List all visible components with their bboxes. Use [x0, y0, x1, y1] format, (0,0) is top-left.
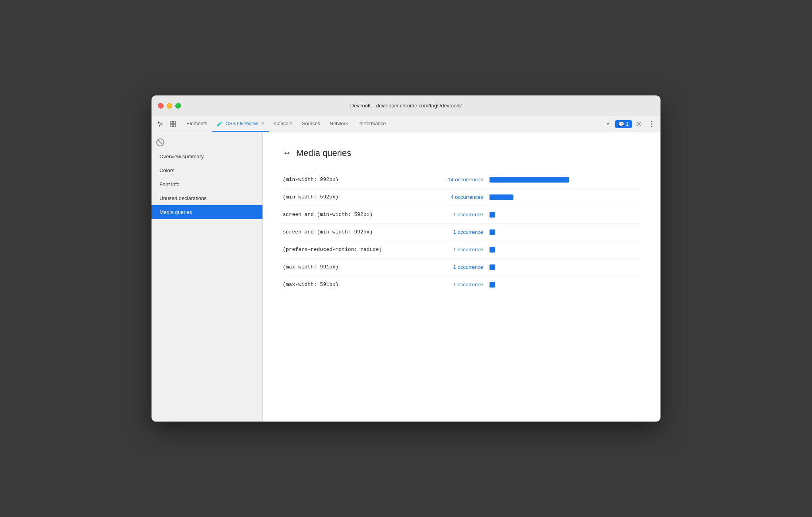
svg-point-4	[638, 123, 640, 125]
media-query-row: (max-width: 991px)1 occurrence	[283, 258, 641, 276]
media-query-bar	[490, 194, 513, 200]
sidebar-item-media-queries[interactable]: Media queries	[152, 205, 262, 219]
sidebar-items: Overview summaryColorsFont infoUnused de…	[152, 150, 262, 219]
close-button[interactable]	[158, 103, 163, 109]
media-query-label: (min-width: 592px)	[283, 194, 426, 200]
sidebar-item-colors[interactable]: Colors	[152, 163, 262, 177]
media-query-label: (max-width: 991px)	[283, 264, 426, 270]
sidebar: Overview summaryColorsFont infoUnused de…	[152, 132, 263, 422]
tab-performance-label: Performance	[357, 121, 386, 126]
tab-console-label: Console	[274, 121, 292, 126]
media-query-row: (prefers-reduced-motion: reduce)1 occurr…	[283, 241, 641, 258]
cursor-icon[interactable]	[155, 119, 166, 130]
minimize-button[interactable]	[167, 103, 172, 109]
media-query-bar	[490, 264, 495, 270]
media-query-occurrences[interactable]: 1 occurrence	[426, 229, 490, 235]
notification-button[interactable]: 💬 1	[615, 120, 632, 128]
media-query-row: screen and (min-width: 592px)1 occurrenc…	[283, 206, 641, 224]
tab-icon: 🧪	[217, 121, 223, 126]
media-query-occurrences[interactable]: 4 occurrences	[426, 194, 490, 200]
media-query-label: (min-width: 992px)	[283, 177, 426, 183]
media-query-list: (min-width: 992px)14 occurrences(min-wid…	[283, 171, 641, 293]
maximize-button[interactable]	[175, 103, 181, 109]
inspect-icon[interactable]	[167, 119, 179, 130]
tabbar: Elements 🧪 CSS Overview ✕ Console Source…	[152, 116, 660, 132]
window-title: DevTools - developer.chrome.com/tags/dev…	[350, 103, 462, 109]
tab-performance[interactable]: Performance	[353, 116, 391, 132]
media-query-row: (min-width: 992px)14 occurrences	[283, 171, 641, 189]
tab-network-label: Network	[330, 121, 348, 126]
tab-console[interactable]: Console	[269, 116, 297, 132]
media-query-row: (min-width: 592px)4 occurrences	[283, 189, 641, 206]
notification-count: 1	[626, 121, 629, 127]
media-query-bar-container	[490, 229, 641, 235]
tabbar-right: » 💬 1	[602, 116, 657, 132]
media-query-bar	[490, 212, 495, 218]
more-tabs-button[interactable]: »	[602, 119, 614, 130]
media-query-row: (max-width: 591px)1 occurrence	[283, 276, 641, 293]
media-query-bar-container	[490, 194, 641, 200]
devtools-icons	[155, 116, 179, 132]
sidebar-item-overview-summary[interactable]: Overview summary	[152, 150, 262, 163]
media-query-bar	[490, 282, 495, 288]
svg-point-5	[651, 121, 653, 122]
tab-css-overview-label: CSS Overview	[225, 121, 258, 126]
media-query-bar-container	[490, 212, 641, 218]
tab-sources[interactable]: Sources	[297, 116, 325, 132]
tab-css-overview[interactable]: 🧪 CSS Overview ✕	[212, 116, 269, 132]
media-query-label: screen and (min-width: 992px)	[283, 229, 426, 235]
media-query-bar	[490, 229, 495, 235]
tab-network[interactable]: Network	[325, 116, 353, 132]
media-query-bar	[490, 177, 569, 183]
media-query-bar-container	[490, 247, 641, 253]
settings-icon[interactable]	[633, 119, 645, 130]
more-options-icon[interactable]	[646, 119, 657, 130]
sidebar-item-unused-declarations[interactable]: Unused declarations	[152, 191, 262, 205]
media-query-occurrences[interactable]: 1 occurrence	[426, 247, 490, 253]
media-query-occurrences[interactable]: 14 occurrences	[426, 177, 490, 183]
svg-rect-2	[170, 124, 173, 127]
devtools-window: DevTools - developer.chrome.com/tags/dev…	[152, 95, 660, 422]
media-query-label: (max-width: 591px)	[283, 282, 426, 288]
media-query-bar-container	[490, 177, 641, 183]
section-title-text: Media queries	[296, 148, 351, 158]
media-query-row: screen and (min-width: 992px)1 occurrenc…	[283, 224, 641, 241]
sidebar-header	[152, 135, 262, 150]
svg-point-7	[651, 126, 653, 127]
titlebar: DevTools - developer.chrome.com/tags/dev…	[152, 95, 660, 116]
media-query-bar	[490, 247, 495, 253]
section-header: ↔ Media queries	[283, 148, 641, 158]
media-query-label: screen and (min-width: 592px)	[283, 212, 426, 218]
media-query-occurrences[interactable]: 1 occurrence	[426, 212, 490, 218]
tab-sources-label: Sources	[302, 121, 320, 126]
tab-close-icon[interactable]: ✕	[261, 121, 264, 126]
media-query-occurrences[interactable]: 1 occurrence	[426, 264, 490, 270]
sidebar-item-font-info[interactable]: Font info	[152, 177, 262, 191]
media-query-bar-container	[490, 282, 641, 288]
tab-elements-label: Elements	[186, 121, 207, 126]
media-query-label: (prefers-reduced-motion: reduce)	[283, 247, 426, 253]
media-query-bar-container	[490, 264, 641, 270]
main-panel: ↔ Media queries (min-width: 992px)14 occ…	[263, 132, 660, 422]
svg-point-6	[651, 123, 653, 124]
svg-rect-1	[173, 121, 176, 124]
notification-icon: 💬	[618, 121, 624, 127]
tab-elements[interactable]: Elements	[182, 116, 212, 132]
svg-rect-0	[170, 121, 173, 124]
block-icon	[156, 138, 164, 146]
media-query-occurrences[interactable]: 1 occurrence	[426, 282, 490, 288]
svg-rect-3	[173, 124, 176, 127]
devtools-body: Overview summaryColorsFont infoUnused de…	[152, 132, 660, 422]
traffic-lights	[158, 103, 181, 109]
section-icon: ↔	[283, 148, 291, 158]
